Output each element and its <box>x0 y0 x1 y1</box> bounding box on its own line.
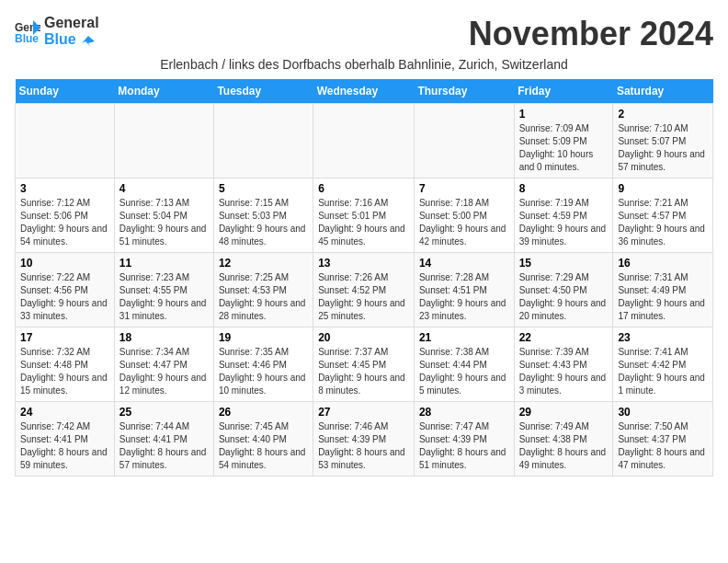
calendar-header-row: SundayMondayTuesdayWednesdayThursdayFrid… <box>16 79 713 104</box>
calendar-cell: 16Sunrise: 7:31 AM Sunset: 4:49 PM Dayli… <box>613 253 713 327</box>
day-number: 20 <box>318 331 409 344</box>
calendar-cell <box>414 104 514 178</box>
day-number: 22 <box>519 331 609 344</box>
day-info: Sunrise: 7:29 AM Sunset: 4:50 PM Dayligh… <box>519 271 609 323</box>
logo-icon: General Blue <box>15 18 40 44</box>
day-number: 14 <box>419 257 509 270</box>
day-info: Sunrise: 7:38 AM Sunset: 4:44 PM Dayligh… <box>419 346 509 397</box>
month-title: November 2024 <box>469 15 713 53</box>
day-info: Sunrise: 7:44 AM Sunset: 4:41 PM Dayligh… <box>119 420 209 472</box>
header-top: General Blue General Blue November 2024 <box>15 15 713 53</box>
day-header-tuesday: Tuesday <box>213 79 313 104</box>
calendar-cell <box>313 104 415 178</box>
logo: General Blue General Blue <box>15 15 99 48</box>
calendar-cell: 21Sunrise: 7:38 AM Sunset: 4:44 PM Dayli… <box>414 327 514 402</box>
day-header-sunday: Sunday <box>16 79 115 104</box>
calendar-week-row: 1Sunrise: 7:09 AM Sunset: 5:09 PM Daylig… <box>16 104 713 178</box>
calendar-cell <box>114 104 213 178</box>
calendar-cell: 30Sunrise: 7:50 AM Sunset: 4:37 PM Dayli… <box>613 402 713 477</box>
day-info: Sunrise: 7:39 AM Sunset: 4:43 PM Dayligh… <box>519 346 609 397</box>
calendar-cell: 4Sunrise: 7:13 AM Sunset: 5:04 PM Daylig… <box>114 178 213 253</box>
calendar-cell: 18Sunrise: 7:34 AM Sunset: 4:47 PM Dayli… <box>114 327 213 402</box>
calendar-cell: 26Sunrise: 7:45 AM Sunset: 4:40 PM Dayli… <box>213 402 313 477</box>
calendar-week-row: 24Sunrise: 7:42 AM Sunset: 4:41 PM Dayli… <box>16 402 713 477</box>
day-info: Sunrise: 7:46 AM Sunset: 4:39 PM Dayligh… <box>318 420 409 472</box>
day-number: 10 <box>20 257 109 270</box>
calendar-cell: 20Sunrise: 7:37 AM Sunset: 4:45 PM Dayli… <box>313 327 415 402</box>
day-number: 30 <box>618 406 708 419</box>
calendar-cell <box>16 104 115 178</box>
day-info: Sunrise: 7:23 AM Sunset: 4:55 PM Dayligh… <box>119 271 209 323</box>
day-info: Sunrise: 7:37 AM Sunset: 4:45 PM Dayligh… <box>318 346 409 397</box>
day-header-thursday: Thursday <box>414 79 514 104</box>
calendar-cell: 22Sunrise: 7:39 AM Sunset: 4:43 PM Dayli… <box>514 327 613 402</box>
day-info: Sunrise: 7:19 AM Sunset: 4:59 PM Dayligh… <box>519 197 609 248</box>
day-number: 11 <box>119 257 209 270</box>
day-number: 15 <box>519 257 609 270</box>
day-number: 6 <box>318 182 409 195</box>
day-info: Sunrise: 7:10 AM Sunset: 5:07 PM Dayligh… <box>618 122 708 174</box>
day-header-friday: Friday <box>514 79 613 104</box>
calendar-cell: 29Sunrise: 7:49 AM Sunset: 4:38 PM Dayli… <box>514 402 613 477</box>
day-info: Sunrise: 7:22 AM Sunset: 4:56 PM Dayligh… <box>20 271 109 323</box>
day-number: 2 <box>618 108 708 121</box>
day-info: Sunrise: 7:09 AM Sunset: 5:09 PM Dayligh… <box>519 122 609 174</box>
calendar-cell: 24Sunrise: 7:42 AM Sunset: 4:41 PM Dayli… <box>16 402 115 477</box>
calendar-cell: 11Sunrise: 7:23 AM Sunset: 4:55 PM Dayli… <box>114 253 213 327</box>
day-info: Sunrise: 7:41 AM Sunset: 4:42 PM Dayligh… <box>618 346 708 397</box>
calendar-cell: 7Sunrise: 7:18 AM Sunset: 5:00 PM Daylig… <box>414 178 514 253</box>
calendar-week-row: 17Sunrise: 7:32 AM Sunset: 4:48 PM Dayli… <box>16 327 713 402</box>
day-number: 21 <box>419 331 509 344</box>
day-info: Sunrise: 7:25 AM Sunset: 4:53 PM Dayligh… <box>219 271 308 323</box>
subtitle: Erlenbach / links des Dorfbachs oberhalb… <box>15 57 713 72</box>
day-info: Sunrise: 7:47 AM Sunset: 4:39 PM Dayligh… <box>419 420 509 472</box>
day-number: 24 <box>20 406 109 419</box>
logo-general: General <box>44 15 99 31</box>
day-info: Sunrise: 7:13 AM Sunset: 5:04 PM Dayligh… <box>119 197 209 248</box>
day-number: 17 <box>20 331 109 344</box>
day-number: 12 <box>219 257 308 270</box>
calendar-cell: 25Sunrise: 7:44 AM Sunset: 4:41 PM Dayli… <box>114 402 213 477</box>
day-number: 5 <box>219 182 308 195</box>
day-info: Sunrise: 7:16 AM Sunset: 5:01 PM Dayligh… <box>318 197 409 248</box>
day-header-saturday: Saturday <box>613 79 713 104</box>
calendar-table: SundayMondayTuesdayWednesdayThursdayFrid… <box>15 79 713 477</box>
day-number: 9 <box>618 182 708 195</box>
calendar-cell: 17Sunrise: 7:32 AM Sunset: 4:48 PM Dayli… <box>16 327 115 402</box>
day-number: 26 <box>219 406 308 419</box>
day-number: 8 <box>519 182 609 195</box>
calendar-cell <box>213 104 313 178</box>
day-number: 25 <box>119 406 209 419</box>
calendar-cell: 28Sunrise: 7:47 AM Sunset: 4:39 PM Dayli… <box>414 402 514 477</box>
calendar-cell: 15Sunrise: 7:29 AM Sunset: 4:50 PM Dayli… <box>514 253 613 327</box>
calendar-cell: 5Sunrise: 7:15 AM Sunset: 5:03 PM Daylig… <box>213 178 313 253</box>
day-number: 16 <box>618 257 708 270</box>
calendar-cell: 12Sunrise: 7:25 AM Sunset: 4:53 PM Dayli… <box>213 253 313 327</box>
day-number: 19 <box>219 331 308 344</box>
calendar-cell: 2Sunrise: 7:10 AM Sunset: 5:07 PM Daylig… <box>613 104 713 178</box>
day-info: Sunrise: 7:50 AM Sunset: 4:37 PM Dayligh… <box>618 420 708 472</box>
day-info: Sunrise: 7:35 AM Sunset: 4:46 PM Dayligh… <box>219 346 308 397</box>
calendar-cell: 19Sunrise: 7:35 AM Sunset: 4:46 PM Dayli… <box>213 327 313 402</box>
calendar-cell: 27Sunrise: 7:46 AM Sunset: 4:39 PM Dayli… <box>313 402 415 477</box>
day-number: 18 <box>119 331 209 344</box>
day-info: Sunrise: 7:42 AM Sunset: 4:41 PM Dayligh… <box>20 420 109 472</box>
calendar-cell: 9Sunrise: 7:21 AM Sunset: 4:57 PM Daylig… <box>613 178 713 253</box>
day-number: 3 <box>20 182 109 195</box>
calendar-cell: 23Sunrise: 7:41 AM Sunset: 4:42 PM Dayli… <box>613 327 713 402</box>
day-info: Sunrise: 7:34 AM Sunset: 4:47 PM Dayligh… <box>119 346 209 397</box>
day-info: Sunrise: 7:28 AM Sunset: 4:51 PM Dayligh… <box>419 271 509 323</box>
day-number: 23 <box>618 331 708 344</box>
day-header-wednesday: Wednesday <box>313 79 415 104</box>
day-number: 28 <box>419 406 509 419</box>
day-number: 1 <box>519 108 609 121</box>
day-header-monday: Monday <box>114 79 213 104</box>
day-number: 13 <box>318 257 409 270</box>
calendar-week-row: 10Sunrise: 7:22 AM Sunset: 4:56 PM Dayli… <box>16 253 713 327</box>
day-info: Sunrise: 7:26 AM Sunset: 4:52 PM Dayligh… <box>318 271 409 323</box>
calendar-cell: 1Sunrise: 7:09 AM Sunset: 5:09 PM Daylig… <box>514 104 613 178</box>
calendar-cell: 6Sunrise: 7:16 AM Sunset: 5:01 PM Daylig… <box>313 178 415 253</box>
calendar-cell: 10Sunrise: 7:22 AM Sunset: 4:56 PM Dayli… <box>16 253 115 327</box>
day-info: Sunrise: 7:32 AM Sunset: 4:48 PM Dayligh… <box>20 346 109 397</box>
day-info: Sunrise: 7:49 AM Sunset: 4:38 PM Dayligh… <box>519 420 609 472</box>
